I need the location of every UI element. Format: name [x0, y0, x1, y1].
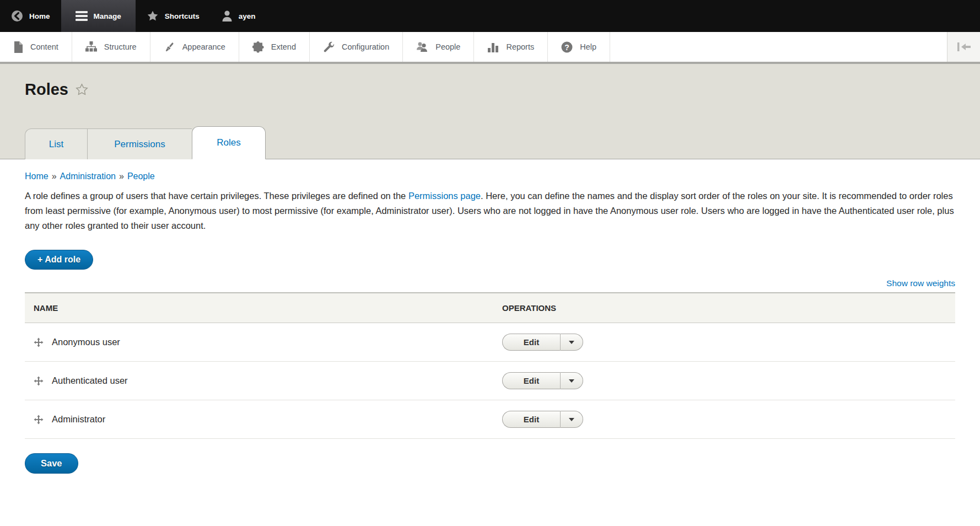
toolbar-collapse-button[interactable]: [947, 32, 980, 62]
operations-dropbutton: Edit: [502, 411, 583, 428]
menu-item-people[interactable]: People: [403, 32, 474, 62]
menu-item-label: Configuration: [342, 42, 389, 51]
table-row: Administrator Edit: [25, 400, 955, 439]
page-description: A role defines a group of users that hav…: [25, 189, 955, 233]
row-weights-toggle: Show row weights: [25, 278, 955, 288]
menu-item-content[interactable]: Content: [0, 32, 72, 62]
help-icon: ?: [561, 41, 573, 53]
puzzle-icon: [252, 41, 264, 53]
toolbar-item-home[interactable]: Home: [0, 0, 61, 32]
menu-item-label: Structure: [104, 42, 137, 51]
toolbar-item-shortcuts[interactable]: Shortcuts: [136, 0, 211, 32]
menu-item-label: Extend: [271, 42, 296, 51]
edit-button[interactable]: Edit: [502, 411, 560, 428]
primary-tabs: List Permissions Roles: [25, 126, 266, 159]
svg-text:?: ?: [564, 42, 569, 51]
toolbar-item-label: Home: [29, 12, 50, 20]
toolbar-item-user[interactable]: ayen: [211, 0, 267, 32]
column-header-operations: OPERATIONS: [493, 293, 955, 323]
breadcrumb-separator: »: [119, 171, 124, 181]
page-header: Roles List Permissions Roles: [0, 64, 980, 159]
edit-dropdown-toggle[interactable]: [560, 411, 583, 428]
admin-toolbar: Home Manage Shortcuts ayen: [0, 0, 980, 32]
move-icon[interactable]: [34, 376, 44, 386]
menu-item-label: Content: [30, 42, 58, 51]
user-icon: [222, 10, 233, 22]
edit-button[interactable]: Edit: [502, 372, 560, 389]
menu-item-label: Appearance: [182, 42, 225, 51]
table-row: Authenticated user Edit: [25, 362, 955, 400]
table-header-row: NAME OPERATIONS: [25, 293, 955, 323]
operations-dropbutton: Edit: [502, 372, 583, 389]
operations-dropbutton: Edit: [502, 334, 583, 351]
menu-item-help[interactable]: ? Help: [548, 32, 610, 62]
toolbar-item-label: Manage: [94, 12, 121, 20]
menu-item-label: People: [435, 42, 460, 51]
menu-item-extend[interactable]: Extend: [239, 32, 310, 62]
breadcrumb-link-people[interactable]: People: [127, 171, 155, 181]
show-row-weights-link[interactable]: Show row weights: [886, 278, 955, 288]
table-row: Anonymous user Edit: [25, 323, 955, 362]
file-icon: [13, 41, 23, 53]
role-name: Anonymous user: [52, 337, 120, 347]
roles-table: NAME OPERATIONS Anonymous user Edit: [25, 292, 955, 439]
menu-item-label: Reports: [506, 42, 534, 51]
toolbar-item-manage[interactable]: Manage: [61, 0, 136, 32]
tab-permissions[interactable]: Permissions: [87, 128, 192, 159]
role-name: Administrator: [52, 414, 105, 425]
people-icon: [416, 41, 428, 53]
role-name: Authenticated user: [52, 375, 128, 386]
main-content: Home»Administration»People A role define…: [0, 159, 980, 474]
move-icon[interactable]: [34, 337, 44, 347]
menu-item-configuration[interactable]: Configuration: [310, 32, 403, 62]
permissions-page-link[interactable]: Permissions page: [408, 191, 481, 201]
menu-icon: [76, 11, 88, 21]
menu-item-appearance[interactable]: Appearance: [150, 32, 239, 62]
tab-list[interactable]: List: [25, 128, 87, 159]
menu-item-reports[interactable]: Reports: [474, 32, 548, 62]
caret-down-icon: [569, 341, 574, 344]
page-title-text: Roles: [25, 80, 68, 99]
edit-button[interactable]: Edit: [502, 334, 560, 351]
page-title: Roles: [25, 64, 955, 99]
star-outline-icon[interactable]: [75, 83, 89, 96]
caret-down-icon: [569, 379, 574, 383]
sitemap-icon: [85, 41, 97, 53]
column-header-name: NAME: [25, 293, 493, 323]
star-icon: [147, 10, 159, 22]
breadcrumb: Home»Administration»People: [25, 171, 955, 181]
caret-down-icon: [569, 418, 574, 421]
admin-menu-tray: Content Structure Appearance Extend Conf…: [0, 32, 980, 64]
menu-item-label: Help: [580, 42, 596, 51]
breadcrumb-link-home[interactable]: Home: [25, 171, 49, 181]
toolbar-item-label: Shortcuts: [165, 12, 200, 20]
save-button[interactable]: Save: [25, 453, 78, 474]
edit-dropdown-toggle[interactable]: [560, 334, 583, 351]
move-icon[interactable]: [34, 415, 44, 425]
add-role-button[interactable]: + Add role: [25, 250, 93, 270]
back-icon: [11, 10, 23, 22]
toolbar-item-label: ayen: [239, 12, 256, 20]
edit-dropdown-toggle[interactable]: [560, 372, 583, 389]
tab-roles[interactable]: Roles: [192, 126, 266, 159]
tray-spacer: [610, 32, 947, 62]
wrench-icon: [323, 41, 335, 53]
collapse-left-icon: [957, 42, 971, 52]
breadcrumb-link-administration[interactable]: Administration: [60, 171, 116, 181]
brush-icon: [164, 41, 175, 53]
bar-chart-icon: [487, 41, 499, 53]
menu-item-structure[interactable]: Structure: [72, 32, 150, 62]
breadcrumb-separator: »: [52, 171, 57, 181]
